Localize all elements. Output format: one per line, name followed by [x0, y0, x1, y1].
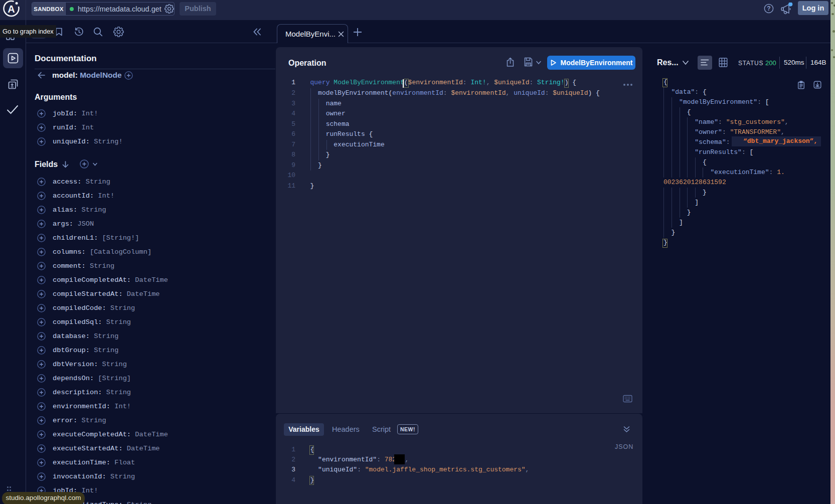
svg-text:A: A: [8, 4, 15, 15]
svg-text:?: ?: [767, 5, 770, 12]
